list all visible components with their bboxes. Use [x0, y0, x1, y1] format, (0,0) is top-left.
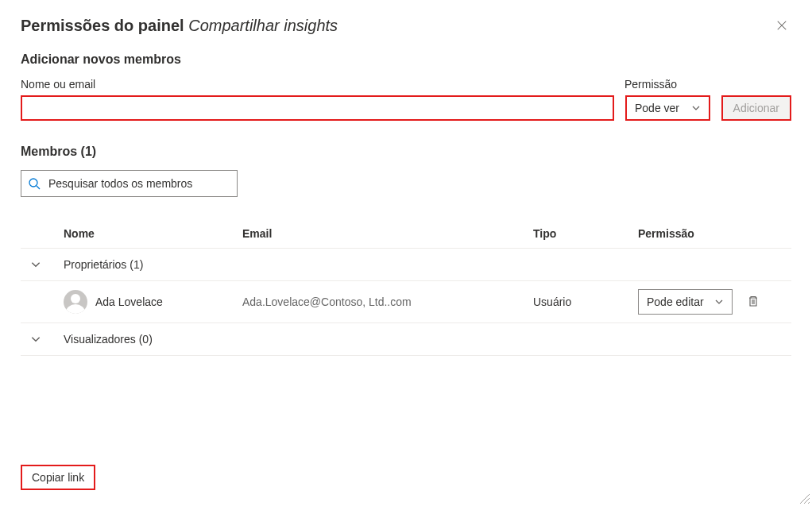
column-header-type: Tipo: [533, 227, 638, 240]
user-email: Ada.Lovelace@Contoso, Ltd..com: [242, 295, 533, 308]
table-row: Ada Lovelace Ada.Lovelace@Contoso, Ltd..…: [21, 280, 791, 323]
chevron-down-icon: [691, 103, 701, 113]
column-header-name: Nome: [64, 227, 242, 240]
group-row-viewers[interactable]: Visualizadores (0): [21, 323, 791, 356]
permission-label: Permissão: [624, 78, 677, 91]
avatar: [64, 290, 87, 314]
dialog-footer: Copiar link: [21, 449, 791, 490]
name-email-label: Nome ou email: [21, 78, 624, 91]
group-viewers-label: Visualizadores (0): [64, 333, 153, 346]
add-button[interactable]: Adicionar: [721, 95, 791, 121]
permission-select-value: Pode ver: [635, 102, 679, 114]
chevron-down-icon: [30, 259, 64, 270]
group-owners-label: Proprietários (1): [64, 258, 143, 271]
row-permission-select[interactable]: Pode editar: [638, 289, 733, 315]
search-members-input[interactable]: [47, 176, 230, 191]
field-labels-row: Nome ou email Permissão: [21, 78, 791, 91]
chevron-down-icon: [714, 297, 724, 307]
column-header-permission: Permissão: [638, 227, 749, 240]
delete-member-button[interactable]: [747, 295, 760, 310]
title-prefix: Permissões do painel: [21, 17, 184, 34]
trash-icon: [747, 295, 760, 307]
permissions-dialog: Permissões do painel Compartilhar insigh…: [0, 0, 812, 506]
column-header-email: Email: [242, 227, 533, 240]
copy-link-label: Copiar link: [32, 471, 84, 484]
resize-grip-icon[interactable]: [799, 493, 810, 504]
permission-select[interactable]: Pode ver: [625, 95, 710, 121]
search-members-box[interactable]: [21, 170, 238, 197]
add-members-heading: Adicionar novos membros: [21, 52, 791, 67]
table-header-row: Nome Email Tipo Permissão: [21, 219, 791, 248]
name-email-input[interactable]: [29, 101, 606, 115]
title-panel-name: Compartilhar insights: [188, 17, 338, 34]
chevron-down-icon: [30, 334, 64, 345]
group-row-owners[interactable]: Proprietários (1): [21, 248, 791, 280]
dialog-title: Permissões do painel Compartilhar insigh…: [21, 17, 338, 35]
search-icon: [28, 177, 41, 190]
add-member-input-row: Pode ver Adicionar: [21, 95, 791, 121]
members-heading: Membros (1): [21, 145, 791, 159]
members-table: Nome Email Tipo Permissão Proprietários …: [21, 219, 791, 356]
user-cell: Ada Lovelace: [64, 290, 242, 314]
add-button-label: Adicionar: [733, 102, 779, 114]
close-icon: [776, 20, 787, 31]
close-button[interactable]: [772, 16, 791, 35]
name-email-input-wrapper: [21, 95, 614, 121]
copy-link-button[interactable]: Copiar link: [21, 465, 95, 490]
user-type: Usuário: [533, 295, 638, 308]
user-permission-cell: Pode editar: [638, 289, 760, 315]
svg-point-0: [29, 179, 37, 187]
user-name: Ada Lovelace: [95, 295, 163, 308]
dialog-header: Permissões do painel Compartilhar insigh…: [21, 16, 791, 35]
row-permission-value: Pode editar: [647, 295, 704, 308]
